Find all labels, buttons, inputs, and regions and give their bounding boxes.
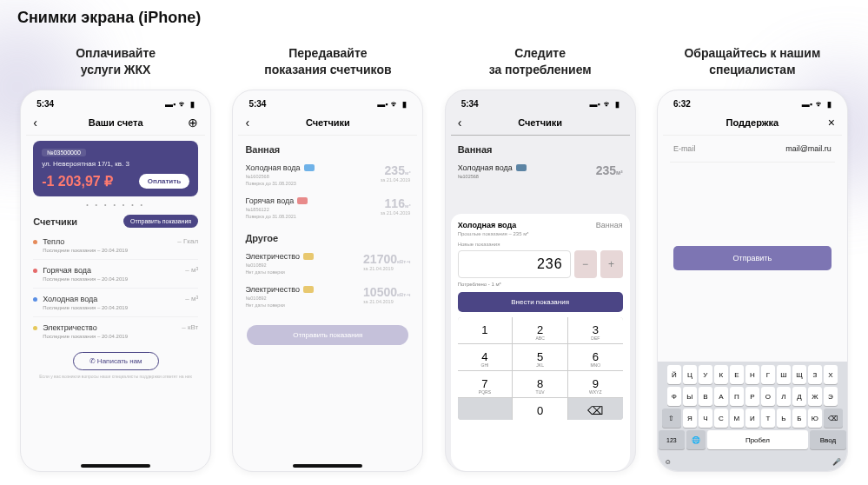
home-indicator[interactable] [81,464,150,468]
kb-key[interactable]: Ф [667,387,681,406]
kb-key[interactable]: Т [761,409,775,428]
email-field[interactable]: E-mail mail@mail.ru [670,136,835,163]
kb-key[interactable]: Е [730,365,744,384]
meter-dot-icon [33,240,37,244]
kb-key[interactable]: Й [667,365,681,384]
enter-key[interactable]: Ввод [810,430,846,449]
kb-123[interactable]: 123 [659,430,685,449]
kb-key[interactable]: В [699,387,712,406]
meter-row[interactable]: Электричество №010892Нет даты поверки217… [245,247,410,280]
kb-key[interactable]: Н [745,365,759,384]
keypad-key[interactable] [458,398,513,420]
kb-key[interactable]: Ц [683,365,697,384]
wifi-icon: ᯤ [391,100,399,109]
shift-key[interactable]: ⇧ [662,409,681,428]
keypad-key[interactable]: 8TUV [513,371,567,397]
mic-key[interactable]: 🎤 [827,452,846,471]
backspace-key[interactable]: ⌫ [824,409,843,428]
send-button[interactable]: Отправить [673,246,832,270]
meter-row[interactable]: ЭлектричествоПоследние показания – 20.04… [33,317,198,345]
kb-key[interactable]: И [745,409,759,428]
kb-key[interactable]: М [730,409,744,428]
meter-row[interactable]: Электричество №010892Нет даты поверки105… [245,280,410,313]
prev-reading: Прошлые показания – 235 м³ [458,231,623,236]
kb-key[interactable]: Ю [808,409,822,428]
kb-key[interactable]: О [761,387,775,406]
send-readings-button[interactable]: Отправить показания [247,325,408,345]
space-key[interactable]: Пробел [707,430,808,449]
keypad-key[interactable]: 6MNO [568,344,623,370]
kb-key[interactable]: Щ [792,365,806,384]
status-time: 5:34 [461,99,479,109]
numeric-keypad: 12ABC3DEF4GHI5JKL6MNO7PQRS8TUV9WXYZ0⌫ [458,317,623,420]
kb-key[interactable]: Ч [699,409,712,428]
meter-row[interactable]: Горячая вода №1856122Поверка до 31.08.20… [245,191,410,224]
home-indicator[interactable] [293,464,362,468]
meter-name: Электричество [43,323,128,332]
reading-input[interactable]: 236 [458,250,571,278]
signal-icon: ▬▪ [377,100,388,109]
kb-key[interactable]: С [714,409,728,428]
meter-sub: Последние показания – 20.04.2019 [43,276,128,282]
send-readings-button[interactable]: Отправить показания [123,215,198,228]
keypad-key[interactable]: 0 [513,398,567,420]
kb-key[interactable]: Ж [808,387,822,406]
meter-date: за 21.04.2019 [363,299,410,304]
kb-key[interactable]: Ы [683,387,697,406]
increment-button[interactable]: + [600,250,623,278]
meter-name: Холодная вода [458,163,527,172]
page-title: Снимки экрана (iPhone) [17,9,851,27]
kb-key[interactable]: Р [745,387,759,406]
kb-key[interactable]: Ш [777,365,791,384]
submit-reading-button[interactable]: Внести показания [458,292,623,312]
meter-dot-icon [33,297,37,302]
page-dots[interactable]: • • • • • • • [33,202,198,208]
phone-4: 6:32 ▬▪ᯤ▮ Поддержка × E-mail mail@mail.r… [657,90,848,472]
back-icon[interactable]: ‹ [33,116,37,130]
battery-icon: ▮ [827,100,832,109]
kb-key[interactable]: Л [777,387,791,406]
account-card[interactable]: №03500000 ул. Невероятная 17/1, кв. 3 -1… [33,141,198,196]
kb-key[interactable]: Я [683,409,697,428]
add-icon[interactable]: ⊕ [188,116,198,130]
status-time: 5:34 [248,99,266,109]
screenshots-row: Оплачивайте услуги ЖКХ 5:34 ▬▪ᯤ▮ ‹ Ваши … [17,44,851,472]
kb-key[interactable]: Г [761,365,775,384]
kb-key[interactable]: Э [824,387,838,406]
keypad-key[interactable]: 3DEF [568,317,623,343]
meter-row[interactable]: Горячая водаПоследние показания – 20.04.… [33,260,198,289]
keypad-key[interactable]: ⌫ [568,398,623,420]
close-icon[interactable]: × [828,116,835,130]
meter-row[interactable]: Холодная водаПоследние показания – 20.04… [33,289,198,317]
caption-1: Оплачивайте услуги ЖКХ [76,44,156,79]
back-icon[interactable]: ‹ [458,116,462,130]
keypad-key[interactable]: 4GHI [458,344,513,370]
kb-key[interactable]: К [714,365,728,384]
kb-key[interactable]: Х [824,365,838,384]
account-number: №03500000 [42,149,86,156]
kb-key[interactable]: Б [792,409,806,428]
nav-title: Ваши счета [89,117,143,128]
meter-row[interactable]: ТеплоПоследние показания – 20.04.2019– Г… [33,231,198,260]
meter-name: Холодная вода [43,295,128,303]
pay-button[interactable]: Оплатить [139,174,189,189]
keypad-key[interactable]: 7PQRS [458,371,513,397]
write-us-button[interactable]: ✆ Написать нам [73,352,159,370]
keypad-key[interactable]: 5JKL [513,344,567,370]
kb-key[interactable]: А [714,387,728,406]
emoji-key[interactable]: ☺ [659,452,678,471]
decrement-button[interactable]: − [574,250,597,278]
back-icon[interactable]: ‹ [245,116,249,130]
kb-key[interactable]: З [808,365,822,384]
keypad-key[interactable]: 2ABC [513,317,567,343]
meter-row[interactable]: Холодная вода №1602568Поверка до 31.08.2… [245,158,410,191]
meter-no: №010892 [245,262,314,268]
kb-key[interactable]: П [730,387,744,406]
kb-key[interactable]: Ь [777,409,791,428]
kb-key[interactable]: Д [792,387,806,406]
kb-key[interactable]: У [699,365,712,384]
meter-date: за 21.04.2019 [363,266,410,271]
globe-key[interactable]: 🌐 [686,430,706,449]
keypad-key[interactable]: 9WXYZ [568,371,623,397]
keypad-key[interactable]: 1 [458,317,513,343]
